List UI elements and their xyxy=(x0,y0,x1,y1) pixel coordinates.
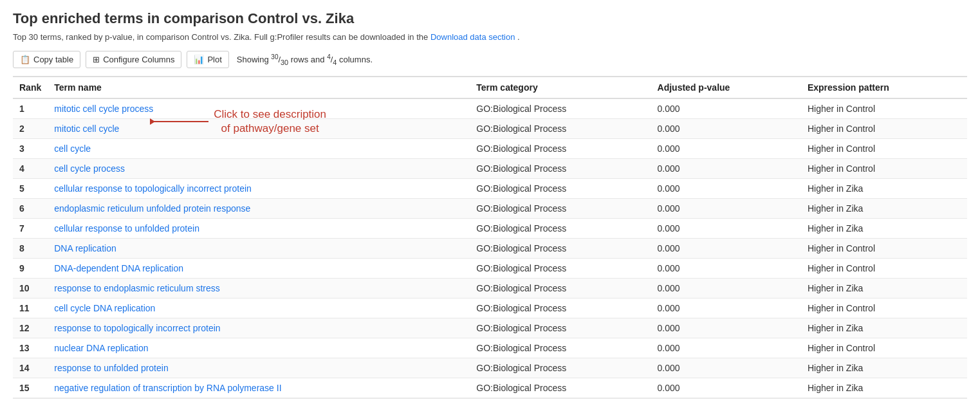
cell-adj-pvalue: 0.000 xyxy=(651,259,801,279)
cell-adj-pvalue: 0.000 xyxy=(651,298,801,318)
cell-expression-pattern: Higher in Zika xyxy=(801,378,967,398)
cell-rank: 13 xyxy=(13,338,48,358)
cell-expression-pattern: Higher in Control xyxy=(801,119,967,139)
cell-term-category: GO:Biological Process xyxy=(470,298,651,318)
cell-term-category: GO:Biological Process xyxy=(470,98,651,119)
cell-term-category: GO:Biological Process xyxy=(470,119,651,139)
cell-expression-pattern: Higher in Zika xyxy=(801,179,967,199)
cell-rank: 7 xyxy=(13,219,48,239)
table-wrapper: Rank Term name Term category Adjusted p-… xyxy=(13,76,967,404)
table-row: 1mitotic cell cycle processGO:Biological… xyxy=(13,98,967,119)
table-row: 11cell cycle DNA replicationGO:Biologica… xyxy=(13,298,967,318)
col-adj-pvalue: Adjusted p-value xyxy=(651,77,801,98)
cell-term-category: GO:Biological Process xyxy=(470,338,651,358)
term-name-link[interactable]: DNA replication xyxy=(54,243,116,253)
table-row: 4cell cycle processGO:Biological Process… xyxy=(13,159,967,179)
cell-term-category: GO:Biological Process xyxy=(470,219,651,239)
term-name-link[interactable]: cell cycle process xyxy=(54,163,125,174)
cell-term-name: negative regulation of transcription by … xyxy=(48,378,470,398)
cell-rank: 2 xyxy=(13,119,48,139)
cell-rank: 1 xyxy=(13,98,48,119)
cell-term-category: GO:Biological Process xyxy=(470,279,651,298)
cell-expression-pattern: Higher in Control xyxy=(801,338,967,358)
cell-term-category: GO:Biological Process xyxy=(470,358,651,378)
term-name-link[interactable]: cell cycle DNA replication xyxy=(54,303,155,313)
cell-rank: 11 xyxy=(13,298,48,318)
table-row: 14response to unfolded proteinGO:Biologi… xyxy=(13,358,967,378)
subtitle-suffix: . xyxy=(517,32,520,42)
cell-term-name: response to unfolded protein xyxy=(48,358,470,378)
plot-button[interactable]: 📊 Plot xyxy=(187,51,228,68)
cell-term-name: nuclear DNA replication xyxy=(48,338,470,358)
cell-adj-pvalue: 0.000 xyxy=(651,159,801,179)
term-name-link[interactable]: cellular response to unfolded protein xyxy=(54,223,199,234)
cell-adj-pvalue: 0.000 xyxy=(651,358,801,378)
cell-adj-pvalue: 0.000 xyxy=(651,239,801,259)
term-name-link[interactable]: mitotic cell cycle xyxy=(54,124,119,134)
cell-term-name: DNA-dependent DNA replication xyxy=(48,259,470,279)
cell-expression-pattern: Higher in Zika xyxy=(801,358,967,378)
cell-term-category: GO:Biological Process xyxy=(470,159,651,179)
download-data-link[interactable]: Download data section xyxy=(430,32,515,42)
cell-expression-pattern: Higher in Control xyxy=(801,259,967,279)
cell-expression-pattern: Higher in Control xyxy=(801,139,967,159)
main-table: Rank Term name Term category Adjusted p-… xyxy=(13,76,967,398)
subtitle: Top 30 terms, ranked by p-value, in comp… xyxy=(13,32,967,42)
cell-term-category: GO:Biological Process xyxy=(470,179,651,199)
configure-columns-button[interactable]: ⊞ Configure Columns xyxy=(86,51,181,68)
term-name-link[interactable]: nuclear DNA replication xyxy=(54,343,148,353)
cell-term-name: mitotic cell cycle process xyxy=(48,98,470,119)
table-row: 12response to topologically incorrect pr… xyxy=(13,318,967,338)
cell-expression-pattern: Higher in Control xyxy=(801,159,967,179)
cell-rank: 9 xyxy=(13,259,48,279)
term-name-link[interactable]: DNA-dependent DNA replication xyxy=(54,263,183,273)
callout-arrowhead xyxy=(150,118,155,125)
cell-rank: 3 xyxy=(13,139,48,159)
table-row: 15negative regulation of transcription b… xyxy=(13,378,967,398)
cell-expression-pattern: Higher in Zika xyxy=(801,279,967,298)
cell-rank: 8 xyxy=(13,239,48,259)
table-row: 10response to endoplasmic reticulum stre… xyxy=(13,279,967,298)
term-name-link[interactable]: response to endoplasmic reticulum stress xyxy=(54,283,220,293)
cell-term-name: cellular response to topologically incor… xyxy=(48,179,470,199)
showing-text: Showing 30/30 rows and 4/4 columns. xyxy=(237,53,373,66)
cell-term-name: cell cycle DNA replication xyxy=(48,298,470,318)
term-name-link[interactable]: negative regulation of transcription by … xyxy=(54,383,281,393)
cell-rank: 4 xyxy=(13,159,48,179)
term-name-link[interactable]: cell cycle xyxy=(54,143,91,154)
table-row: 9DNA-dependent DNA replicationGO:Biologi… xyxy=(13,259,967,279)
callout-arrow-line xyxy=(151,121,208,122)
cell-term-name: DNA replication xyxy=(48,239,470,259)
table-row: 6endoplasmic reticulum unfolded protein … xyxy=(13,199,967,219)
table-row: 8DNA replicationGO:Biological Process0.0… xyxy=(13,239,967,259)
cell-term-name: cell cycle xyxy=(48,139,470,159)
copy-table-button[interactable]: 📋 Copy table xyxy=(13,51,80,68)
cell-expression-pattern: Higher in Control xyxy=(801,239,967,259)
cell-expression-pattern: Higher in Control xyxy=(801,298,967,318)
cell-term-category: GO:Biological Process xyxy=(470,259,651,279)
col-term-name: Term name xyxy=(48,77,470,98)
plot-label: Plot xyxy=(207,55,221,64)
copy-icon: 📋 xyxy=(20,55,30,64)
col-rank: Rank xyxy=(13,77,48,98)
cell-rank: 6 xyxy=(13,199,48,219)
cell-term-category: GO:Biological Process xyxy=(470,318,651,338)
cell-term-name: mitotic cell cycleClick to see descripti… xyxy=(48,119,470,139)
cell-rank: 5 xyxy=(13,179,48,199)
cell-adj-pvalue: 0.000 xyxy=(651,318,801,338)
configure-columns-label: Configure Columns xyxy=(103,55,174,64)
table-header-row: Rank Term name Term category Adjusted p-… xyxy=(13,77,967,98)
subtitle-prefix: Top 30 terms, ranked by p-value, in comp… xyxy=(13,32,428,42)
cell-adj-pvalue: 0.000 xyxy=(651,179,801,199)
table-row: 3cell cycleGO:Biological Process0.000Hig… xyxy=(13,139,967,159)
term-name-link[interactable]: response to topologically incorrect prot… xyxy=(54,323,220,333)
cell-adj-pvalue: 0.000 xyxy=(651,199,801,219)
cell-term-name: response to topologically incorrect prot… xyxy=(48,318,470,338)
term-name-link[interactable]: mitotic cell cycle process xyxy=(54,104,153,114)
term-name-link[interactable]: response to unfolded protein xyxy=(54,363,168,373)
cell-adj-pvalue: 0.000 xyxy=(651,219,801,239)
cell-expression-pattern: Higher in Zika xyxy=(801,318,967,338)
term-name-link[interactable]: cellular response to topologically incor… xyxy=(54,183,252,194)
term-name-link[interactable]: endoplasmic reticulum unfolded protein r… xyxy=(54,203,250,214)
cell-term-category: GO:Biological Process xyxy=(470,139,651,159)
